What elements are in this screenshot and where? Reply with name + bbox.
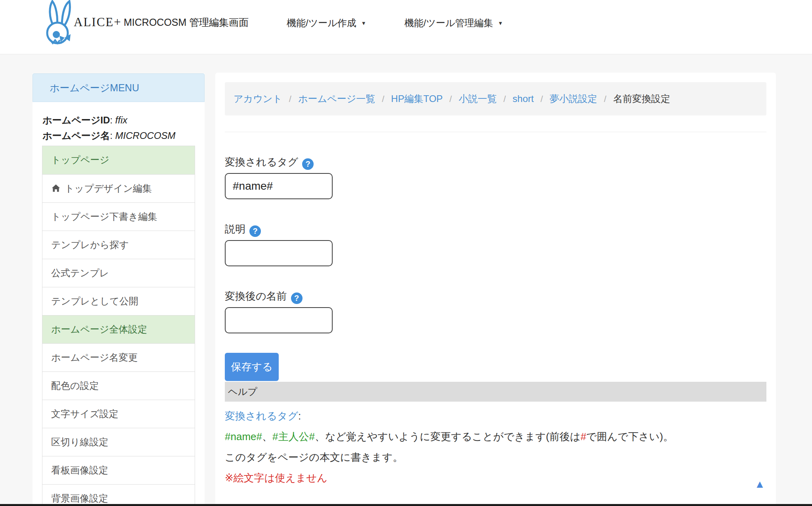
nav-tool-create[interactable]: 機能/ツール作成▼ [287,17,366,29]
homepage-name-label: ホームページ名 [42,130,110,141]
description-label: 説明? [225,222,766,237]
homepage-meta: ホームページID: ffix ホームページ名: MICROCOSM [42,112,205,143]
breadcrumb-dream-novel-settings[interactable]: 夢小説設定 [550,93,597,104]
breadcrumb-separator: / [289,94,291,104]
sidebar-item-banner-image-settings[interactable]: 看板画像設定 [42,456,195,484]
sidebar: ホームページMENU ホームページID: ffix ホームページ名: MICRO… [33,73,205,506]
sidebar-item-top-design-edit[interactable]: トップデザイン編集 [42,174,195,202]
help-content: 変換されるタグ: #name#、#主人公#、など覚えやすいように変更することがで… [225,406,766,488]
breadcrumb-account[interactable]: アカウント [234,93,282,104]
breadcrumb-separator: / [382,94,384,104]
sidebar-item-top-draft-edit[interactable]: トップページ下書き編集 [42,202,195,231]
help-section-header: ヘルプ [225,382,766,402]
breadcrumb: アカウント/ホームページ一覧/HP編集TOP/小説一覧/short/夢小説設定/… [225,82,766,115]
rabbit-logo-icon[interactable] [44,0,73,45]
sidebar-item-background-image-settings[interactable]: 背景画像設定 [42,484,195,506]
sidebar-item-divider-settings[interactable]: 区切り線設定 [42,428,195,456]
breadcrumb-separator: / [450,94,452,104]
breadcrumb-novel-list[interactable]: 小説一覧 [459,93,497,104]
breadcrumb-separator: / [540,94,543,104]
homepage-name-value: MICROCOSM [115,130,176,141]
breadcrumb-separator: / [504,94,506,104]
homepage-id-label: ホームページID [42,115,110,125]
help-line-1: #name#、#主人公#、など覚えやすいように変更することができます(前後は#で… [225,426,766,447]
description-input[interactable] [225,240,333,266]
converted-name-label: 変換後の名前? [225,289,766,304]
sidebar-item-find-template[interactable]: テンプレから探す [42,231,195,259]
help-line-2: このタグをページの本文に書きます。 [225,447,766,468]
homepage-id-value: ffix [115,115,128,125]
converted-tag-input[interactable] [225,173,333,199]
breadcrumb-separator: / [604,94,606,104]
main-panel: アカウント/ホームページ一覧/HP編集TOP/小説一覧/short/夢小説設定/… [215,73,776,506]
converted-name-input[interactable] [225,307,333,333]
help-question-icon[interactable]: ? [302,158,314,170]
help-converted-tag-link[interactable]: 変換されるタグ [225,410,298,422]
page-title: MICROCOSM 管理編集画面 [124,16,249,29]
sidebar-menu-title: ホームページMENU [33,73,205,102]
section-divider [225,132,766,132]
save-button[interactable]: 保存する [225,353,279,381]
sidebar-item-color-settings[interactable]: 配色の設定 [42,371,195,400]
breadcrumb-short[interactable]: short [513,93,534,104]
logo-wordmark[interactable]: ALICE+ [74,15,122,29]
help-question-icon[interactable]: ? [249,225,261,237]
sidebar-item-font-size-settings[interactable]: 文字サイズ設定 [42,400,195,428]
scroll-to-top-icon[interactable]: ▲ [755,478,765,491]
sidebar-section-site-settings: ホームページ全体設定 [42,315,195,343]
homepage-id-row: ホームページID: ffix [42,112,205,128]
breadcrumb-homepage-list[interactable]: ホームページ一覧 [298,93,375,104]
help-link-line: 変換されるタグ: [225,406,766,426]
help-emoji-warning: ※絵文字は使えません [225,468,766,488]
chevron-down-icon: ▼ [498,20,503,26]
home-icon [51,184,61,192]
bottom-edge-strip [0,504,812,506]
chevron-down-icon: ▼ [361,20,366,26]
app-header: ALICE+ MICROCOSM 管理編集画面 機能/ツール作成▼ 機能/ツール… [0,0,812,54]
homepage-name-row: ホームページ名: MICROCOSM [42,128,205,143]
sidebar-section-top-page: トップページ [42,146,195,174]
breadcrumb-current: 名前変換設定 [613,93,670,104]
converted-tag-label: 変換されるタグ? [225,155,766,170]
nav-tool-manage[interactable]: 機能/ツール管理編集▼ [404,17,503,29]
sidebar-item-official-template[interactable]: 公式テンプレ [42,259,195,287]
help-question-icon[interactable]: ? [291,292,303,304]
sidebar-menu-list: トップページ トップデザイン編集 トップページ下書き編集 テンプレから探す 公式… [42,146,195,506]
sidebar-item-publish-as-template[interactable]: テンプレとして公開 [42,287,195,315]
sidebar-item-rename-homepage[interactable]: ホームページ名変更 [42,343,195,371]
breadcrumb-hp-edit-top[interactable]: HP編集TOP [391,93,442,104]
